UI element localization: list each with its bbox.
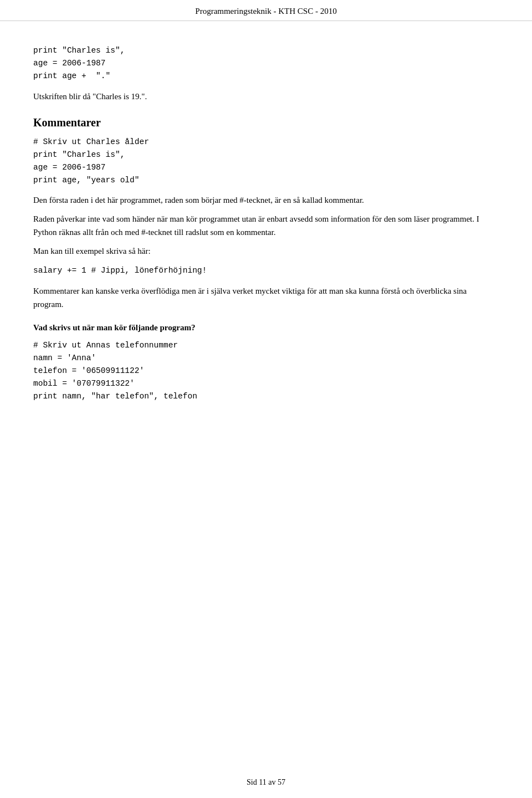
prose-1: Den första raden i det här programmet, r…	[33, 193, 499, 207]
page-header: Programmeringsteknik - KTH CSC - 2010	[0, 0, 532, 21]
footer-text: Sid 11 av 57	[247, 778, 285, 786]
kommentarer-heading: Kommentarer	[33, 116, 499, 129]
question-heading: Vad skrivs ut när man kör följande progr…	[33, 323, 499, 332]
utskrift-text: Utskriften blir då "Charles is 19.".	[33, 90, 499, 103]
page-footer: Sid 11 av 57	[0, 778, 532, 787]
prose-2: Raden påverkar inte vad som händer när m…	[33, 212, 499, 239]
prose-3: Man kan till exempel skriva så här:	[33, 244, 499, 258]
code-block-3: salary += 1 # Jippi, löneförhöjning!	[33, 264, 499, 277]
prose-4: Kommentarer kan kanske verka överflödiga…	[33, 284, 499, 311]
page-content: print "Charles is", age = 2006-1987 prin…	[0, 21, 532, 454]
code-block-4: # Skriv ut Annas telefonnummer namn = 'A…	[33, 339, 499, 403]
code-block-1: print "Charles is", age = 2006-1987 prin…	[33, 44, 499, 83]
code-block-2: # Skriv ut Charles ålder print "Charles …	[33, 136, 499, 187]
header-title: Programmeringsteknik - KTH CSC - 2010	[195, 7, 336, 16]
